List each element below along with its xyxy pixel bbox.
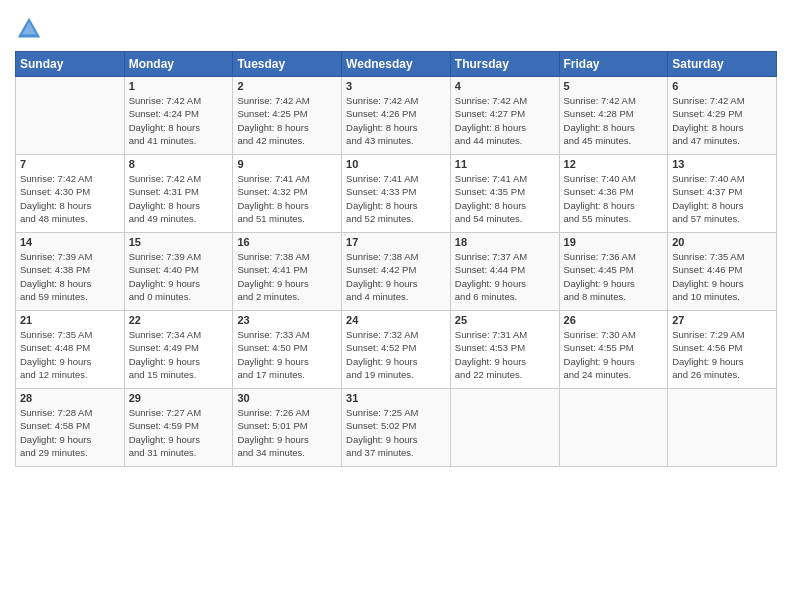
calendar-cell: 14Sunrise: 7:39 AM Sunset: 4:38 PM Dayli…: [16, 233, 125, 311]
column-header-wednesday: Wednesday: [342, 52, 451, 77]
day-number: 17: [346, 236, 446, 248]
day-info: Sunrise: 7:42 AM Sunset: 4:29 PM Dayligh…: [672, 94, 772, 147]
calendar-cell: 21Sunrise: 7:35 AM Sunset: 4:48 PM Dayli…: [16, 311, 125, 389]
day-number: 21: [20, 314, 120, 326]
calendar-cell: 5Sunrise: 7:42 AM Sunset: 4:28 PM Daylig…: [559, 77, 668, 155]
day-number: 30: [237, 392, 337, 404]
calendar-cell: [450, 389, 559, 467]
day-number: 7: [20, 158, 120, 170]
day-number: 9: [237, 158, 337, 170]
calendar-cell: 24Sunrise: 7:32 AM Sunset: 4:52 PM Dayli…: [342, 311, 451, 389]
calendar-cell: 4Sunrise: 7:42 AM Sunset: 4:27 PM Daylig…: [450, 77, 559, 155]
day-number: 22: [129, 314, 229, 326]
day-info: Sunrise: 7:27 AM Sunset: 4:59 PM Dayligh…: [129, 406, 229, 459]
day-info: Sunrise: 7:32 AM Sunset: 4:52 PM Dayligh…: [346, 328, 446, 381]
week-row-4: 21Sunrise: 7:35 AM Sunset: 4:48 PM Dayli…: [16, 311, 777, 389]
day-info: Sunrise: 7:41 AM Sunset: 4:35 PM Dayligh…: [455, 172, 555, 225]
day-number: 18: [455, 236, 555, 248]
day-number: 25: [455, 314, 555, 326]
day-number: 14: [20, 236, 120, 248]
calendar-cell: 22Sunrise: 7:34 AM Sunset: 4:49 PM Dayli…: [124, 311, 233, 389]
calendar-cell: 29Sunrise: 7:27 AM Sunset: 4:59 PM Dayli…: [124, 389, 233, 467]
calendar-cell: 17Sunrise: 7:38 AM Sunset: 4:42 PM Dayli…: [342, 233, 451, 311]
day-info: Sunrise: 7:30 AM Sunset: 4:55 PM Dayligh…: [564, 328, 664, 381]
day-info: Sunrise: 7:26 AM Sunset: 5:01 PM Dayligh…: [237, 406, 337, 459]
day-info: Sunrise: 7:40 AM Sunset: 4:36 PM Dayligh…: [564, 172, 664, 225]
day-info: Sunrise: 7:38 AM Sunset: 4:42 PM Dayligh…: [346, 250, 446, 303]
calendar-cell: 7Sunrise: 7:42 AM Sunset: 4:30 PM Daylig…: [16, 155, 125, 233]
header: [15, 10, 777, 43]
day-number: 8: [129, 158, 229, 170]
day-info: Sunrise: 7:39 AM Sunset: 4:40 PM Dayligh…: [129, 250, 229, 303]
column-header-saturday: Saturday: [668, 52, 777, 77]
day-number: 3: [346, 80, 446, 92]
column-header-monday: Monday: [124, 52, 233, 77]
day-number: 16: [237, 236, 337, 248]
day-number: 11: [455, 158, 555, 170]
day-number: 24: [346, 314, 446, 326]
day-number: 10: [346, 158, 446, 170]
day-info: Sunrise: 7:35 AM Sunset: 4:46 PM Dayligh…: [672, 250, 772, 303]
calendar-cell: 10Sunrise: 7:41 AM Sunset: 4:33 PM Dayli…: [342, 155, 451, 233]
calendar-cell: 6Sunrise: 7:42 AM Sunset: 4:29 PM Daylig…: [668, 77, 777, 155]
day-info: Sunrise: 7:42 AM Sunset: 4:30 PM Dayligh…: [20, 172, 120, 225]
day-number: 28: [20, 392, 120, 404]
column-header-sunday: Sunday: [16, 52, 125, 77]
calendar-cell: [668, 389, 777, 467]
calendar-cell: 26Sunrise: 7:30 AM Sunset: 4:55 PM Dayli…: [559, 311, 668, 389]
day-number: 2: [237, 80, 337, 92]
calendar-cell: 19Sunrise: 7:36 AM Sunset: 4:45 PM Dayli…: [559, 233, 668, 311]
day-info: Sunrise: 7:42 AM Sunset: 4:31 PM Dayligh…: [129, 172, 229, 225]
calendar-cell: 2Sunrise: 7:42 AM Sunset: 4:25 PM Daylig…: [233, 77, 342, 155]
day-info: Sunrise: 7:40 AM Sunset: 4:37 PM Dayligh…: [672, 172, 772, 225]
calendar-cell: 15Sunrise: 7:39 AM Sunset: 4:40 PM Dayli…: [124, 233, 233, 311]
week-row-3: 14Sunrise: 7:39 AM Sunset: 4:38 PM Dayli…: [16, 233, 777, 311]
calendar-cell: 13Sunrise: 7:40 AM Sunset: 4:37 PM Dayli…: [668, 155, 777, 233]
calendar-cell: 1Sunrise: 7:42 AM Sunset: 4:24 PM Daylig…: [124, 77, 233, 155]
week-row-5: 28Sunrise: 7:28 AM Sunset: 4:58 PM Dayli…: [16, 389, 777, 467]
day-info: Sunrise: 7:35 AM Sunset: 4:48 PM Dayligh…: [20, 328, 120, 381]
day-info: Sunrise: 7:42 AM Sunset: 4:28 PM Dayligh…: [564, 94, 664, 147]
column-header-tuesday: Tuesday: [233, 52, 342, 77]
day-info: Sunrise: 7:36 AM Sunset: 4:45 PM Dayligh…: [564, 250, 664, 303]
day-number: 15: [129, 236, 229, 248]
day-number: 31: [346, 392, 446, 404]
day-info: Sunrise: 7:33 AM Sunset: 4:50 PM Dayligh…: [237, 328, 337, 381]
calendar-cell: 3Sunrise: 7:42 AM Sunset: 4:26 PM Daylig…: [342, 77, 451, 155]
calendar-cell: 30Sunrise: 7:26 AM Sunset: 5:01 PM Dayli…: [233, 389, 342, 467]
calendar-cell: [16, 77, 125, 155]
day-info: Sunrise: 7:41 AM Sunset: 4:32 PM Dayligh…: [237, 172, 337, 225]
day-info: Sunrise: 7:31 AM Sunset: 4:53 PM Dayligh…: [455, 328, 555, 381]
page-container: SundayMondayTuesdayWednesdayThursdayFrid…: [0, 0, 792, 477]
day-number: 26: [564, 314, 664, 326]
calendar-cell: 16Sunrise: 7:38 AM Sunset: 4:41 PM Dayli…: [233, 233, 342, 311]
day-info: Sunrise: 7:29 AM Sunset: 4:56 PM Dayligh…: [672, 328, 772, 381]
calendar-cell: 12Sunrise: 7:40 AM Sunset: 4:36 PM Dayli…: [559, 155, 668, 233]
day-info: Sunrise: 7:41 AM Sunset: 4:33 PM Dayligh…: [346, 172, 446, 225]
calendar-cell: 20Sunrise: 7:35 AM Sunset: 4:46 PM Dayli…: [668, 233, 777, 311]
day-number: 27: [672, 314, 772, 326]
day-info: Sunrise: 7:42 AM Sunset: 4:24 PM Dayligh…: [129, 94, 229, 147]
day-number: 19: [564, 236, 664, 248]
calendar-cell: [559, 389, 668, 467]
calendar-cell: 25Sunrise: 7:31 AM Sunset: 4:53 PM Dayli…: [450, 311, 559, 389]
day-number: 1: [129, 80, 229, 92]
day-number: 13: [672, 158, 772, 170]
calendar-cell: 18Sunrise: 7:37 AM Sunset: 4:44 PM Dayli…: [450, 233, 559, 311]
day-info: Sunrise: 7:39 AM Sunset: 4:38 PM Dayligh…: [20, 250, 120, 303]
week-row-1: 1Sunrise: 7:42 AM Sunset: 4:24 PM Daylig…: [16, 77, 777, 155]
calendar-cell: 23Sunrise: 7:33 AM Sunset: 4:50 PM Dayli…: [233, 311, 342, 389]
day-info: Sunrise: 7:28 AM Sunset: 4:58 PM Dayligh…: [20, 406, 120, 459]
day-number: 29: [129, 392, 229, 404]
calendar-header-row: SundayMondayTuesdayWednesdayThursdayFrid…: [16, 52, 777, 77]
calendar-cell: 8Sunrise: 7:42 AM Sunset: 4:31 PM Daylig…: [124, 155, 233, 233]
logo: [15, 15, 47, 43]
day-number: 23: [237, 314, 337, 326]
day-number: 6: [672, 80, 772, 92]
day-info: Sunrise: 7:34 AM Sunset: 4:49 PM Dayligh…: [129, 328, 229, 381]
day-info: Sunrise: 7:42 AM Sunset: 4:27 PM Dayligh…: [455, 94, 555, 147]
logo-icon: [15, 15, 43, 43]
column-header-thursday: Thursday: [450, 52, 559, 77]
day-info: Sunrise: 7:37 AM Sunset: 4:44 PM Dayligh…: [455, 250, 555, 303]
day-number: 12: [564, 158, 664, 170]
